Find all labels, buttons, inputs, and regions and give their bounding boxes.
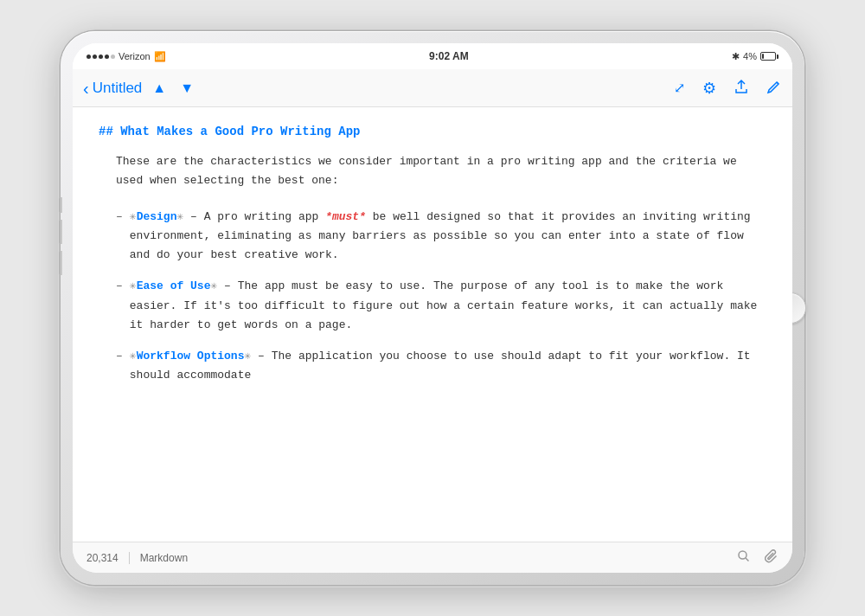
status-bar: Verizon 📶 9:02 AM ✱ 4%	[73, 43, 792, 69]
nav-actions: ⤢ ⚙	[674, 79, 782, 98]
asterisk-close-1: ✳︎	[176, 210, 183, 223]
mute-button	[59, 197, 62, 213]
bullet-content-workflow: ✳︎Workflow Options✳︎ – The application y…	[130, 347, 766, 385]
nav-down-arrow[interactable]: ▼	[180, 80, 194, 96]
share-icon[interactable]	[734, 79, 749, 98]
asterisk-open-3: ✳︎	[130, 350, 137, 363]
content-area[interactable]: ## What Makes a Good Pro Writing App The…	[73, 107, 792, 542]
bottom-bar: 20,314 Markdown	[73, 542, 792, 573]
ease-term: Ease of Use	[137, 279, 211, 292]
carrier-label: Verizon	[119, 51, 151, 61]
svg-point-0	[739, 551, 746, 559]
bullet-content-ease: ✳︎Ease of Use✳︎ – The app must be easy t…	[130, 277, 766, 334]
asterisk-open-1: ✳︎	[130, 210, 137, 223]
device-frame: Verizon 📶 9:02 AM ✱ 4%	[61, 31, 804, 585]
back-button[interactable]: ‹ Untitled	[83, 80, 142, 97]
bullet-dash-1: –	[116, 208, 123, 265]
battery-percent: 4%	[743, 51, 757, 61]
compose-icon[interactable]	[766, 79, 782, 98]
bullet-item-ease: – ✳︎Ease of Use✳︎ – The app must be easy…	[116, 277, 766, 334]
device-screen: Verizon 📶 9:02 AM ✱ 4%	[73, 43, 792, 573]
status-right: ✱ 4%	[732, 51, 778, 62]
workflow-term: Workflow Options	[137, 350, 245, 363]
document-heading: ## What Makes a Good Pro Writing App	[99, 125, 766, 138]
nav-up-arrow[interactable]: ▲	[152, 80, 166, 96]
navigation-bar: ‹ Untitled ▲ ▼ ⤢ ⚙	[73, 69, 792, 107]
back-chevron-icon: ‹	[83, 80, 89, 97]
must-italic: *must*	[325, 210, 366, 223]
back-label: Untitled	[93, 80, 143, 97]
gear-icon[interactable]: ⚙	[702, 79, 716, 98]
search-icon[interactable]	[737, 549, 751, 567]
asterisk-close-2: ✳︎	[210, 279, 217, 292]
target-icon[interactable]: ⤢	[674, 80, 685, 96]
bullet-item-workflow: – ✳︎Workflow Options✳︎ – The application…	[116, 347, 766, 385]
asterisk-close-3: ✳︎	[244, 350, 251, 363]
bullet-dash-2: –	[116, 277, 123, 334]
status-left: Verizon 📶	[86, 51, 166, 62]
bullet-item-design: – ✳︎Design✳︎ – A pro writing app *must* …	[116, 208, 766, 265]
bullet-list: – ✳︎Design✳︎ – A pro writing app *must* …	[116, 208, 766, 385]
signal-dots	[86, 55, 115, 59]
battery-icon	[760, 52, 778, 61]
document-mode: Markdown	[140, 552, 188, 564]
status-time: 9:02 AM	[429, 50, 469, 62]
volume-up-button	[59, 220, 62, 244]
word-count: 20,314	[86, 552, 130, 564]
volume-buttons	[59, 197, 62, 282]
wifi-icon: 📶	[154, 51, 166, 62]
bottom-icons	[737, 549, 778, 567]
paperclip-icon[interactable]	[765, 549, 778, 567]
bullet-dash-3: –	[116, 347, 123, 385]
design-term: Design	[137, 210, 177, 223]
volume-down-button	[59, 251, 62, 275]
intro-paragraph: These are the characteristics we conside…	[116, 152, 766, 190]
ipad-device: Verizon 📶 9:02 AM ✱ 4%	[61, 31, 804, 585]
bullet-content-design: ✳︎Design✳︎ – A pro writing app *must* be…	[130, 208, 766, 265]
asterisk-open-2: ✳︎	[130, 279, 137, 292]
nav-arrows: ▲ ▼	[152, 80, 194, 96]
bluetooth-icon: ✱	[732, 51, 740, 62]
